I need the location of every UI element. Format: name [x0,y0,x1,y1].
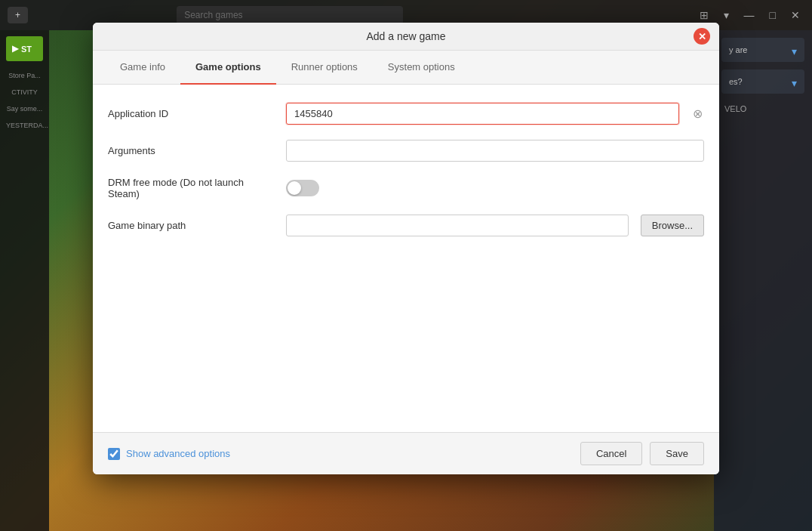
arguments-row: Arguments [108,140,704,162]
show-advanced-label: Show advanced options [126,448,230,459]
tab-runner-options[interactable]: Runner options [276,51,373,85]
cancel-button[interactable]: Cancel [580,442,642,465]
modal-title: Add a new game [366,30,445,42]
modal-footer: Show advanced options Cancel Save [93,432,719,474]
game-binary-path-input[interactable] [286,215,629,236]
tab-game-options[interactable]: Game options [180,51,276,85]
tabs-bar: Game info Game options Runner options Sy… [93,51,719,85]
tab-game-info[interactable]: Game info [105,51,180,85]
browse-button[interactable]: Browse... [641,215,704,236]
drm-free-toggle[interactable] [286,180,319,196]
application-id-input[interactable] [286,103,679,125]
modal: Add a new game ✕ Game info Game options … [93,23,719,474]
arguments-label: Arguments [108,145,274,156]
game-binary-path-label: Game binary path [108,220,274,231]
application-id-label: Application ID [108,108,274,119]
application-id-row: Application ID ⊗ [108,103,704,125]
drm-free-row: DRM free mode (Do not launchSteam) [108,177,704,199]
save-button[interactable]: Save [650,442,704,465]
modal-overlay: Add a new game ✕ Game info Game options … [0,0,812,531]
modal-close-button[interactable]: ✕ [694,28,710,45]
tab-system-options[interactable]: System options [373,51,470,85]
arguments-input[interactable] [286,140,704,162]
advanced-options-container[interactable]: Show advanced options [108,448,230,460]
drm-free-label: DRM free mode (Do not launchSteam) [108,177,274,199]
toggle-slider [286,180,319,196]
modal-body: Application ID ⊗ Arguments DRM free mode… [93,85,719,432]
modal-titlebar: Add a new game ✕ [93,23,719,51]
application-id-clear-button[interactable]: ⊗ [691,105,704,122]
game-binary-path-row: Game binary path Browse... [108,215,704,236]
footer-buttons: Cancel Save [580,442,704,465]
show-advanced-checkbox[interactable] [108,448,120,460]
